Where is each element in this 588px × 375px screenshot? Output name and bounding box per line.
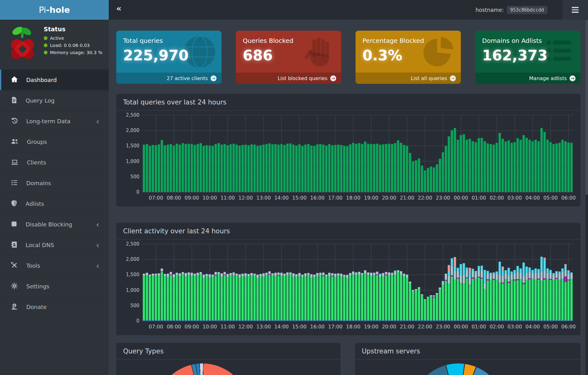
svg-text:13:00: 13:00 (257, 195, 271, 201)
hostname-label: hostname: (476, 7, 504, 13)
svg-text:2,500: 2,500 (126, 112, 139, 118)
sidebar-item-label: Adlists (26, 200, 44, 207)
tools-icon (11, 261, 18, 270)
sidebar-collapse-button[interactable]: « (116, 4, 122, 13)
status-title: Status (44, 26, 102, 33)
svg-text:02:00: 02:00 (490, 324, 504, 330)
svg-text:1,000: 1,000 (126, 287, 139, 293)
total-queries-panel: Total queries over last 24 hours 05001,0… (116, 94, 581, 206)
svg-text:03:00: 03:00 (507, 195, 522, 201)
svg-text:23:00: 23:00 (436, 195, 450, 201)
page-scrollbar[interactable] (586, 20, 588, 375)
client-activity-chart[interactable]: 05001,0001,5002,0002,50007:0008:0009:001… (119, 240, 578, 333)
status-block: Status Active Load: 0 0.06 0.03 Memory u… (0, 23, 109, 69)
raspberry-logo (8, 24, 37, 63)
sidebar-item-local-dns[interactable]: Local DNS ‹ (0, 235, 109, 255)
sidebar-item-label: Domains (26, 180, 51, 186)
card-footer-label: Manage adlists (529, 75, 567, 81)
sidebar-item-query-log[interactable]: Query Log (0, 90, 109, 111)
svg-text:04:00: 04:00 (526, 195, 540, 201)
svg-text:17:00: 17:00 (328, 195, 342, 201)
top-navbar: « hostname: 953c86bdccdd (109, 0, 588, 20)
gear-icon (11, 282, 18, 291)
sidebar-item-disable-blocking[interactable]: Disable Blocking ‹ (0, 214, 109, 235)
address-book-icon (11, 241, 17, 250)
query-types-pie[interactable] (156, 363, 249, 375)
chevron-left-icon: ‹ (96, 220, 99, 229)
svg-text:06:00: 06:00 (561, 324, 576, 330)
svg-text:04:00: 04:00 (526, 324, 540, 330)
sidebar-item-groups[interactable]: Groups (0, 131, 109, 152)
panel-title: Client activity over last 24 hours (116, 223, 581, 240)
history-icon (11, 117, 18, 126)
svg-text:0: 0 (136, 318, 139, 324)
svg-text:20:00: 20:00 (382, 324, 396, 330)
svg-text:16:00: 16:00 (310, 324, 325, 330)
list-icon (11, 179, 18, 188)
users-icon (11, 138, 19, 146)
stop-square-icon (11, 220, 17, 229)
card-footer-label: List blocked queries (278, 75, 327, 81)
svg-text:0: 0 (136, 189, 139, 195)
sidebar-item-label: Long-term Data (26, 118, 71, 124)
svg-text:12:00: 12:00 (238, 324, 253, 330)
svg-text:02:00: 02:00 (490, 195, 504, 201)
sidebar-item-label: Local DNS (26, 242, 54, 248)
sidebar-menu: Dashboard Query Log Long-term Data ‹ Gro… (0, 69, 109, 317)
app-logo: Pi-hole (0, 0, 109, 20)
panel-title: Total queries over last 24 hours (116, 94, 581, 111)
sidebar-item-dashboard[interactable]: Dashboard (0, 69, 109, 90)
sidebar-item-donate[interactable]: $ Donate (0, 296, 109, 317)
sidebar-item-clients[interactable]: Clients (0, 152, 109, 173)
sidebar-item-adlists[interactable]: Adlists (0, 193, 109, 214)
hostname-display: hostname: 953c86bdccdd (476, 0, 547, 20)
status-active-label: Active (50, 36, 64, 41)
svg-text:11:00: 11:00 (221, 324, 235, 330)
svg-text:18:00: 18:00 (346, 195, 361, 201)
card-title: Total queries (116, 31, 222, 44)
manage-adlists-link[interactable]: Manage adlists → (475, 73, 581, 84)
status-memory-label: Memory usage: 30.3 % (50, 50, 102, 55)
sidebar-item-settings[interactable]: Settings (0, 276, 109, 296)
list-blocked-queries-link[interactable]: List blocked queries → (236, 73, 341, 84)
list-all-queries-link[interactable]: List all queries → (356, 73, 461, 84)
panel-title: Upstream servers (355, 343, 581, 360)
donate-icon: $ (11, 303, 18, 312)
chevron-left-icon: ‹ (96, 117, 99, 125)
status-dot-load (44, 43, 47, 47)
svg-text:19:00: 19:00 (364, 324, 378, 330)
upstream-servers-pie[interactable] (411, 363, 505, 375)
svg-text:17:00: 17:00 (328, 324, 342, 330)
sidebar-item-domains[interactable]: Domains (0, 173, 109, 193)
queries-blocked-card: Queries Blocked 686 List blocked queries… (236, 31, 341, 84)
svg-text:09:00: 09:00 (185, 195, 199, 201)
hamburger-menu-button[interactable] (562, 0, 588, 20)
sidebar-item-long-term-data[interactable]: Long-term Data ‹ (0, 111, 109, 131)
svg-text:2,500: 2,500 (126, 241, 139, 247)
svg-text:1,500: 1,500 (126, 272, 139, 277)
status-dot-memory (44, 51, 47, 54)
card-footer-label: List all queries (411, 75, 447, 81)
svg-text:05:00: 05:00 (543, 195, 558, 201)
svg-text:500: 500 (130, 174, 139, 180)
svg-text:1,000: 1,000 (126, 159, 139, 164)
svg-text:11:00: 11:00 (221, 195, 235, 201)
brand-name-bold: -hole (46, 5, 70, 15)
arrow-circle-icon: → (570, 75, 576, 81)
sidebar-item-tools[interactable]: Tools ‹ (0, 255, 109, 276)
svg-text:14:00: 14:00 (274, 324, 289, 330)
svg-text:03:00: 03:00 (507, 324, 522, 330)
home-icon (11, 76, 18, 84)
total-queries-chart[interactable]: 05001,0001,5002,0002,50007:0008:0009:001… (119, 111, 578, 204)
svg-text:22:00: 22:00 (418, 324, 432, 330)
arrow-circle-icon: → (450, 75, 456, 81)
svg-text:05:00: 05:00 (543, 324, 558, 330)
shield-icon (11, 200, 17, 208)
svg-text:$: $ (13, 304, 15, 307)
active-clients-link[interactable]: 27 active clients → (116, 73, 222, 84)
svg-text:1,500: 1,500 (126, 143, 139, 149)
svg-text:00:00: 00:00 (454, 195, 468, 201)
sidebar-item-label: Query Log (26, 97, 55, 104)
scrollbar-thumb[interactable] (586, 20, 588, 195)
file-icon (11, 96, 17, 105)
